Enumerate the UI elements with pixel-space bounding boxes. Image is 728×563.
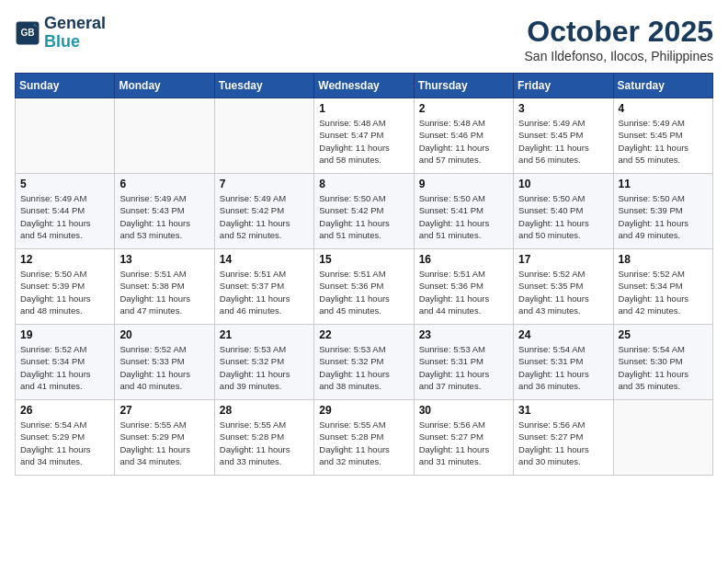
day-info: Sunrise: 5:50 AM Sunset: 5:39 PM Dayligh…: [20, 268, 109, 316]
day-number: 16: [419, 253, 508, 266]
weekday-header: Monday: [115, 74, 214, 98]
day-info: Sunrise: 5:50 AM Sunset: 5:42 PM Dayligh…: [319, 192, 408, 241]
calendar-cell: [115, 98, 214, 174]
calendar-cell: [214, 98, 313, 174]
day-info: Sunrise: 5:52 AM Sunset: 5:34 PM Dayligh…: [20, 343, 109, 392]
day-number: 1: [319, 102, 408, 115]
day-number: 21: [220, 328, 309, 341]
day-info: Sunrise: 5:52 AM Sunset: 5:33 PM Dayligh…: [119, 343, 209, 392]
calendar-cell: 31Sunrise: 5:56 AM Sunset: 5:27 PM Dayli…: [514, 400, 613, 476]
day-number: 4: [619, 102, 708, 115]
day-info: Sunrise: 5:49 AM Sunset: 5:45 PM Dayligh…: [619, 117, 708, 166]
day-number: 10: [518, 178, 608, 190]
day-number: 25: [619, 328, 708, 341]
day-info: Sunrise: 5:50 AM Sunset: 5:40 PM Dayligh…: [518, 192, 608, 241]
day-number: 20: [119, 328, 209, 341]
day-number: 27: [119, 404, 209, 417]
day-number: 8: [319, 178, 408, 190]
day-number: 13: [119, 253, 209, 266]
calendar-cell: 17Sunrise: 5:52 AM Sunset: 5:35 PM Dayli…: [514, 249, 613, 325]
calendar-cell: 2Sunrise: 5:48 AM Sunset: 5:46 PM Daylig…: [414, 98, 513, 174]
day-info: Sunrise: 5:56 AM Sunset: 5:27 PM Dayligh…: [419, 419, 508, 467]
day-info: Sunrise: 5:51 AM Sunset: 5:36 PM Dayligh…: [419, 268, 508, 316]
calendar-cell: 6Sunrise: 5:49 AM Sunset: 5:43 PM Daylig…: [115, 174, 214, 249]
calendar-cell: 19Sunrise: 5:52 AM Sunset: 5:34 PM Dayli…: [16, 325, 115, 400]
calendar-cell: 23Sunrise: 5:53 AM Sunset: 5:31 PM Dayli…: [414, 325, 513, 400]
day-number: 5: [20, 178, 109, 190]
day-number: 17: [518, 253, 608, 266]
day-info: Sunrise: 5:51 AM Sunset: 5:37 PM Dayligh…: [220, 268, 309, 316]
calendar-cell: 24Sunrise: 5:54 AM Sunset: 5:31 PM Dayli…: [514, 325, 613, 400]
day-info: Sunrise: 5:53 AM Sunset: 5:32 PM Dayligh…: [319, 343, 408, 392]
calendar-cell: 1Sunrise: 5:48 AM Sunset: 5:47 PM Daylig…: [314, 98, 414, 174]
day-info: Sunrise: 5:51 AM Sunset: 5:36 PM Dayligh…: [319, 268, 408, 316]
day-info: Sunrise: 5:49 AM Sunset: 5:45 PM Dayligh…: [518, 117, 608, 166]
day-number: 22: [319, 328, 408, 341]
calendar-cell: 9Sunrise: 5:50 AM Sunset: 5:41 PM Daylig…: [414, 174, 513, 249]
day-info: Sunrise: 5:54 AM Sunset: 5:29 PM Dayligh…: [20, 419, 109, 467]
day-info: Sunrise: 5:49 AM Sunset: 5:43 PM Dayligh…: [119, 192, 209, 241]
day-number: 11: [619, 178, 708, 190]
day-number: 31: [518, 404, 608, 417]
calendar-cell: 4Sunrise: 5:49 AM Sunset: 5:45 PM Daylig…: [613, 98, 712, 174]
day-info: Sunrise: 5:54 AM Sunset: 5:30 PM Dayligh…: [619, 343, 708, 392]
weekday-header: Friday: [514, 74, 613, 98]
weekday-header: Tuesday: [214, 74, 313, 98]
weekday-header: Thursday: [414, 74, 513, 98]
day-number: 14: [220, 253, 309, 266]
calendar-cell: 11Sunrise: 5:50 AM Sunset: 5:39 PM Dayli…: [613, 174, 712, 249]
day-info: Sunrise: 5:55 AM Sunset: 5:29 PM Dayligh…: [119, 419, 209, 467]
day-number: 2: [419, 102, 508, 115]
day-number: 29: [319, 404, 408, 417]
calendar-cell: [16, 98, 115, 174]
day-number: 23: [419, 328, 508, 341]
calendar-cell: 10Sunrise: 5:50 AM Sunset: 5:40 PM Dayli…: [514, 174, 613, 249]
day-info: Sunrise: 5:49 AM Sunset: 5:42 PM Dayligh…: [220, 192, 309, 241]
day-number: 19: [20, 328, 109, 341]
day-number: 26: [20, 404, 109, 417]
day-info: Sunrise: 5:53 AM Sunset: 5:31 PM Dayligh…: [419, 343, 508, 392]
calendar-cell: 18Sunrise: 5:52 AM Sunset: 5:34 PM Dayli…: [613, 249, 712, 325]
day-info: Sunrise: 5:52 AM Sunset: 5:34 PM Dayligh…: [619, 268, 708, 316]
day-info: Sunrise: 5:56 AM Sunset: 5:27 PM Dayligh…: [518, 419, 608, 467]
weekday-header-row: SundayMondayTuesdayWednesdayThursdayFrid…: [16, 74, 713, 98]
calendar-cell: 12Sunrise: 5:50 AM Sunset: 5:39 PM Dayli…: [16, 249, 115, 325]
calendar-cell: 13Sunrise: 5:51 AM Sunset: 5:38 PM Dayli…: [115, 249, 214, 325]
calendar-cell: 26Sunrise: 5:54 AM Sunset: 5:29 PM Dayli…: [16, 400, 115, 476]
day-info: Sunrise: 5:55 AM Sunset: 5:28 PM Dayligh…: [319, 419, 408, 467]
calendar-cell: 21Sunrise: 5:53 AM Sunset: 5:32 PM Dayli…: [214, 325, 313, 400]
calendar-cell: 15Sunrise: 5:51 AM Sunset: 5:36 PM Dayli…: [314, 249, 414, 325]
calendar-cell: [613, 400, 712, 476]
logo-icon: GB: [15, 20, 40, 46]
calendar-week-row: 1Sunrise: 5:48 AM Sunset: 5:47 PM Daylig…: [16, 98, 713, 174]
calendar-table: SundayMondayTuesdayWednesdayThursdayFrid…: [15, 73, 713, 476]
calendar-cell: 30Sunrise: 5:56 AM Sunset: 5:27 PM Dayli…: [414, 400, 513, 476]
calendar-cell: 29Sunrise: 5:55 AM Sunset: 5:28 PM Dayli…: [314, 400, 414, 476]
location-subtitle: San Ildefonso, Ilocos, Philippines: [525, 49, 713, 63]
day-info: Sunrise: 5:50 AM Sunset: 5:41 PM Dayligh…: [419, 192, 508, 241]
svg-text:GB: GB: [20, 28, 34, 38]
day-number: 7: [220, 178, 309, 190]
day-info: Sunrise: 5:54 AM Sunset: 5:31 PM Dayligh…: [518, 343, 608, 392]
day-info: Sunrise: 5:52 AM Sunset: 5:35 PM Dayligh…: [518, 268, 608, 316]
title-block: October 2025 San Ildefonso, Ilocos, Phil…: [525, 15, 713, 63]
day-info: Sunrise: 5:48 AM Sunset: 5:47 PM Dayligh…: [319, 117, 408, 166]
day-number: 6: [119, 178, 209, 190]
calendar-week-row: 5Sunrise: 5:49 AM Sunset: 5:44 PM Daylig…: [16, 174, 713, 249]
calendar-cell: 3Sunrise: 5:49 AM Sunset: 5:45 PM Daylig…: [514, 98, 613, 174]
calendar-cell: 22Sunrise: 5:53 AM Sunset: 5:32 PM Dayli…: [314, 325, 414, 400]
calendar-cell: 25Sunrise: 5:54 AM Sunset: 5:30 PM Dayli…: [613, 325, 712, 400]
calendar-cell: 14Sunrise: 5:51 AM Sunset: 5:37 PM Dayli…: [214, 249, 313, 325]
day-number: 15: [319, 253, 408, 266]
weekday-header: Sunday: [16, 74, 115, 98]
day-number: 18: [619, 253, 708, 266]
day-number: 12: [20, 253, 109, 266]
calendar-cell: 20Sunrise: 5:52 AM Sunset: 5:33 PM Dayli…: [115, 325, 214, 400]
calendar-week-row: 26Sunrise: 5:54 AM Sunset: 5:29 PM Dayli…: [16, 400, 713, 476]
calendar-cell: 7Sunrise: 5:49 AM Sunset: 5:42 PM Daylig…: [214, 174, 313, 249]
day-info: Sunrise: 5:50 AM Sunset: 5:39 PM Dayligh…: [619, 192, 708, 241]
calendar-week-row: 19Sunrise: 5:52 AM Sunset: 5:34 PM Dayli…: [16, 325, 713, 400]
day-number: 3: [518, 102, 608, 115]
calendar-cell: 16Sunrise: 5:51 AM Sunset: 5:36 PM Dayli…: [414, 249, 513, 325]
calendar-cell: 8Sunrise: 5:50 AM Sunset: 5:42 PM Daylig…: [314, 174, 414, 249]
